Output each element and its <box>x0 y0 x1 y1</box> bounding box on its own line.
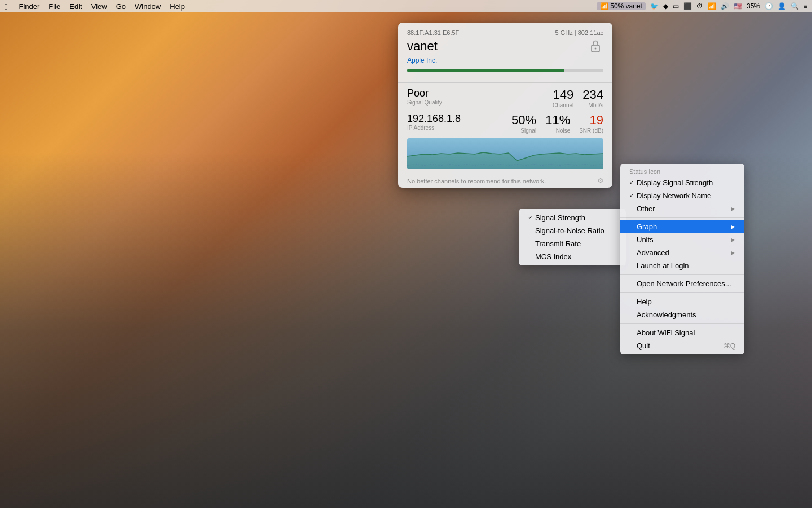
menu-item-acknowledgments[interactable]: ✓ Acknowledgments <box>620 308 744 321</box>
quality-label: Signal Quality <box>407 99 553 106</box>
user-icon[interactable]: 👤 <box>778 2 786 10</box>
menu-item-signal-strength[interactable]: ✓ Signal Strength <box>519 211 626 224</box>
footer-text: No better channels to recommend for this… <box>407 178 546 185</box>
ip-label: IP Address <box>407 125 511 131</box>
noise-pct-value: 11% <box>545 113 570 128</box>
menubar-help[interactable]: Help <box>170 2 185 11</box>
notification-icon[interactable]: ≡ <box>804 2 807 10</box>
twitter-icon[interactable]: 🐦 <box>650 2 659 10</box>
menu-item-graph[interactable]: ✓ Graph ▶ <box>620 220 744 233</box>
display-network-label: Display Network Name <box>637 191 711 200</box>
graph-arrow-icon: ▶ <box>731 224 735 230</box>
menubar-window[interactable]: Window <box>135 2 161 11</box>
frequency: 5 GHz | 802.11ac <box>555 29 603 36</box>
stat-mbit: 234 Mbit/s <box>582 87 603 108</box>
signal-pct-label: Signal <box>511 128 536 134</box>
channel-value: 149 <box>553 87 573 102</box>
other-submenu: ✓ Signal Strength ✓ Signal-to-Noise Rati… <box>519 209 626 265</box>
wifi-icon[interactable]: 📶 <box>708 2 716 10</box>
units-arrow-icon: ▶ <box>731 237 735 243</box>
noise-pct-label: Noise <box>545 128 570 134</box>
gear-icon[interactable]: ⚙ <box>598 177 603 185</box>
stat-quality: Poor Signal Quality <box>407 87 553 108</box>
quality-value: Poor <box>407 87 553 99</box>
stat-noise-pct: 11% Noise <box>545 113 570 134</box>
open-network-prefs-label: Open Network Preferences... <box>637 279 731 288</box>
separator-4 <box>620 323 744 324</box>
menu-item-display-network[interactable]: ✓ Display Network Name <box>620 189 744 202</box>
mac-address: 88:1F:A1:31:E6:5F <box>407 29 459 36</box>
quit-shortcut: ⌘Q <box>723 342 735 350</box>
channel-label: Channel <box>553 102 573 108</box>
mcs-index-label: MCS Index <box>535 252 571 261</box>
menu-item-mcs-index[interactable]: ✓ MCS Index <box>519 250 626 263</box>
apple-menu[interactable]:  <box>5 2 7 11</box>
clock-icon[interactable]: 🕐 <box>765 2 773 10</box>
menubar-go[interactable]: Go <box>116 2 126 11</box>
status-icon-label: Status Icon <box>620 166 744 176</box>
wifi-popup: 88:1F:A1:31:E6:5F 5 GHz | 802.11ac vanet… <box>398 23 612 188</box>
menu-item-other[interactable]: ✓ Other ▶ <box>620 202 744 215</box>
popup-ssid-row: vanet <box>407 37 603 55</box>
about-wifi-signal-label: About WiFi Signal <box>637 329 695 337</box>
mbit-label: Mbit/s <box>582 102 603 108</box>
check-signal-strength: ✓ <box>528 214 533 221</box>
signal-bars-icon: 📶 <box>600 2 608 10</box>
menubar-right: 📶 50% vanet 🐦 ◆ ▭ ⬛ ⏱ 📶 🔊 🇺🇸 35% 🕐 👤 🔍 ≡ <box>597 2 807 10</box>
ip-value: 192.168.1.8 <box>407 113 511 125</box>
other-arrow-icon: ▶ <box>731 205 735 212</box>
menubar-view[interactable]: View <box>91 2 107 11</box>
menu-item-about-wifi-signal[interactable]: ✓ About WiFi Signal <box>620 326 744 339</box>
signal-noise-label: Signal-to-Noise Ratio <box>535 226 604 235</box>
vendor-link[interactable]: Apple Inc. <box>407 56 603 64</box>
separator-1 <box>620 217 744 218</box>
display-signal-label: Display Signal Strength <box>637 178 713 187</box>
menubar-finder[interactable]: Finder <box>19 2 39 11</box>
advanced-arrow-icon: ▶ <box>731 249 735 256</box>
mbit-value: 234 <box>582 87 603 102</box>
quit-label: Quit <box>637 341 650 350</box>
stat-snr: 19 SNR (dB) <box>579 113 603 134</box>
menu-item-open-network-prefs[interactable]: ✓ Open Network Preferences... <box>620 277 744 290</box>
separator-2 <box>620 274 744 275</box>
menu-item-launch-at-login[interactable]: ✓ Launch at Login <box>620 259 744 272</box>
popup-stats-row2: 192.168.1.8 IP Address 50% Signal 11% No… <box>398 113 612 138</box>
popup-stats-row1: Poor Signal Quality 149 Channel 234 Mbit… <box>398 82 612 113</box>
menu-item-display-signal[interactable]: ✓ Display Signal Strength <box>620 176 744 189</box>
menu-item-advanced[interactable]: ✓ Advanced ▶ <box>620 246 744 259</box>
launch-at-login-label: Launch at Login <box>637 261 689 270</box>
menubar-file[interactable]: File <box>48 2 60 11</box>
ssid-name: vanet <box>407 39 438 54</box>
snr-value: 19 <box>579 113 603 128</box>
time-machine-icon[interactable]: ⏱ <box>696 2 703 10</box>
menubar-edit[interactable]: Edit <box>69 2 82 11</box>
volume-icon[interactable]: 🔊 <box>721 2 729 10</box>
ssid-menubar: vanet <box>626 2 642 10</box>
signal-pct-value: 50% <box>511 113 536 128</box>
svg-marker-3 <box>407 152 603 169</box>
stat-ip: 192.168.1.8 IP Address <box>407 113 511 134</box>
menu-item-quit[interactable]: ✓ Quit ⌘Q <box>620 339 744 352</box>
help-label: Help <box>637 297 652 306</box>
units-label: Units <box>637 235 654 244</box>
signal-bar <box>407 69 603 72</box>
dropbox-icon[interactable]: ◆ <box>663 2 668 10</box>
other-label: Other <box>637 204 655 213</box>
flag-icon[interactable]: 🇺🇸 <box>734 2 742 10</box>
popup-mac-row: 88:1F:A1:31:E6:5F 5 GHz | 802.11ac <box>407 29 603 36</box>
menubar:  Finder File Edit View Go Window Help 📶… <box>0 0 812 12</box>
menu-item-signal-noise[interactable]: ✓ Signal-to-Noise Ratio <box>519 224 626 237</box>
battery-menu-icon[interactable]: ⬛ <box>683 2 692 10</box>
battery-percent: 35% <box>747 2 760 10</box>
menu-item-help[interactable]: ✓ Help <box>620 295 744 308</box>
menu-item-transmit-rate[interactable]: ✓ Transmit Rate <box>519 237 626 250</box>
popup-header: 88:1F:A1:31:E6:5F 5 GHz | 802.11ac vanet… <box>398 23 612 82</box>
signal-strength-label: Signal Strength <box>535 213 585 222</box>
lock-icon <box>588 37 603 55</box>
transmit-rate-label: Transmit Rate <box>535 239 581 248</box>
acknowledgments-label: Acknowledgments <box>637 310 696 319</box>
menu-item-units[interactable]: ✓ Units ▶ <box>620 233 744 246</box>
wifi-signal-menubar[interactable]: 📶 50% vanet <box>597 2 646 10</box>
search-icon[interactable]: 🔍 <box>791 2 799 10</box>
airplay-icon[interactable]: ▭ <box>673 2 679 10</box>
